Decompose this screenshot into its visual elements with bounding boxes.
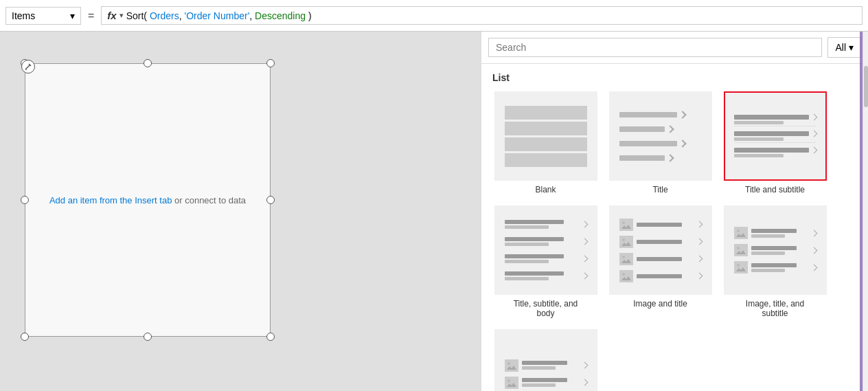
it-row-4 bbox=[505, 269, 587, 283]
it-t-2 bbox=[505, 237, 564, 241]
imgtitle-img-3 bbox=[619, 253, 633, 265]
items-chevron-icon: ▾ bbox=[70, 10, 75, 21]
ts-chevron-2 bbox=[810, 131, 817, 137]
template-item-image-title-subtitle[interactable]: Image, title, andsubtitle bbox=[722, 205, 828, 318]
handle-bot-mid[interactable] bbox=[144, 333, 152, 341]
handle-top-mid[interactable] bbox=[144, 59, 152, 67]
title-subtitle-label: Title and subtitle bbox=[745, 185, 805, 194]
imgtitle-t-4 bbox=[637, 274, 682, 278]
it-row-3 bbox=[505, 252, 587, 266]
scrollbar-thumb[interactable] bbox=[864, 66, 868, 107]
ts-sub-3 bbox=[734, 154, 784, 157]
svg-point-13 bbox=[622, 273, 625, 276]
template-item-title[interactable]: Title bbox=[607, 91, 713, 194]
extra-s-2 bbox=[522, 383, 556, 387]
ts-sub-2 bbox=[734, 137, 784, 141]
search-bar: All ▾ bbox=[481, 32, 868, 64]
it-chev-3 bbox=[581, 256, 588, 262]
imgts-chev-2 bbox=[810, 247, 817, 254]
handle-bot-left[interactable] bbox=[21, 333, 29, 341]
template-item-tsb[interactable]: Title, subtitle, andbody bbox=[492, 205, 599, 318]
title-row-1 bbox=[619, 109, 702, 120]
selection-box: Add an item from the Insert tab or conne… bbox=[25, 63, 271, 337]
imgtitle-row-1 bbox=[619, 218, 702, 232]
template-preview-tsb bbox=[494, 205, 597, 295]
imgtitle-t-1 bbox=[637, 223, 682, 227]
pencil-icon[interactable] bbox=[21, 60, 35, 74]
imgtitle-lines-1 bbox=[637, 223, 694, 227]
equals-sign: = bbox=[84, 10, 98, 22]
title-chevron-3 bbox=[678, 139, 686, 147]
imgts-img-3 bbox=[734, 261, 748, 273]
imgtitle-img-4 bbox=[619, 270, 633, 282]
it-row-2 bbox=[505, 235, 587, 249]
scrollbar[interactable] bbox=[863, 32, 868, 391]
gallery: List Blank bbox=[481, 64, 868, 391]
pencil-svg bbox=[24, 63, 32, 71]
imgts-row-2 bbox=[734, 243, 816, 257]
template-grid-row3 bbox=[492, 329, 857, 391]
canvas-area: Add an item from the Insert tab or conne… bbox=[0, 32, 481, 391]
title-chevron-4 bbox=[666, 154, 674, 161]
formula-bar[interactable]: fx ▾ Sort( Orders, 'Order Number', Desce… bbox=[101, 6, 863, 25]
search-input-wrapper[interactable] bbox=[488, 38, 822, 57]
handle-bot-right[interactable] bbox=[266, 333, 275, 341]
imgts-chev-1 bbox=[810, 230, 817, 236]
template-item-extra[interactable] bbox=[492, 329, 599, 391]
imgtitle-img-1 bbox=[619, 219, 633, 231]
imgts-t-2 bbox=[751, 246, 797, 250]
all-dropdown[interactable]: All ▾ bbox=[827, 37, 861, 58]
imgts-row-1 bbox=[734, 226, 816, 240]
handle-mid-left[interactable] bbox=[21, 196, 29, 204]
blank-row-4 bbox=[505, 153, 587, 167]
imgtitle-lines-3 bbox=[637, 257, 694, 261]
items-dropdown[interactable]: Items ▾ bbox=[5, 7, 81, 25]
formula-display: Sort( Orders, 'Order Number', Descending… bbox=[126, 10, 312, 21]
svg-point-4 bbox=[622, 221, 625, 224]
template-item-blank[interactable]: Blank bbox=[492, 91, 599, 194]
extra-img-1 bbox=[505, 359, 518, 372]
handle-mid-right[interactable] bbox=[266, 196, 275, 204]
title-row-2 bbox=[619, 124, 702, 135]
extra-lines-2 bbox=[522, 378, 579, 387]
right-panel: All ▾ List Blank bbox=[481, 32, 868, 391]
ts-preview-inner bbox=[734, 98, 816, 174]
extra-t-2 bbox=[522, 378, 567, 382]
ts-line-2b bbox=[734, 137, 816, 141]
imgtitle-lines-2 bbox=[637, 240, 694, 244]
template-item-image-title[interactable]: Image and title bbox=[607, 205, 713, 318]
ts-line-3b bbox=[734, 154, 816, 157]
ts-line-1a bbox=[734, 115, 816, 120]
imgts-chev-3 bbox=[810, 264, 817, 271]
img-icon-3 bbox=[621, 255, 631, 263]
title-chevron-1 bbox=[678, 111, 686, 118]
imgts-t-1 bbox=[751, 229, 797, 233]
imgtitle-chev-4 bbox=[696, 273, 703, 280]
it-t-4 bbox=[505, 271, 564, 276]
it-chev-1 bbox=[581, 221, 588, 228]
template-grid-row2: Title, subtitle, andbody bbox=[492, 205, 857, 318]
handle-top-right[interactable] bbox=[266, 59, 275, 67]
extra-lines-1 bbox=[522, 361, 579, 370]
it-row-1 bbox=[505, 218, 587, 232]
insert-tab-link[interactable]: Add an item from the Insert tab bbox=[49, 195, 172, 205]
it-s-3 bbox=[505, 260, 549, 263]
svg-line-0 bbox=[25, 65, 30, 69]
title-label: Title bbox=[652, 185, 667, 194]
image-title-subtitle-label: Image, title, andsubtitle bbox=[746, 299, 804, 318]
ts-title-1 bbox=[734, 115, 809, 120]
it-lines-2 bbox=[505, 237, 579, 246]
imgts-lines-2 bbox=[751, 246, 808, 255]
imgts-s-3 bbox=[751, 269, 786, 272]
main-area: Add an item from the Insert tab or conne… bbox=[0, 32, 868, 391]
imgtitle-row-4 bbox=[619, 269, 702, 283]
imgtitle-preview-inner bbox=[619, 212, 702, 288]
connect-data-text: or connect to data bbox=[172, 195, 246, 205]
blank-row-2 bbox=[505, 122, 587, 135]
search-input[interactable] bbox=[496, 42, 814, 53]
imgts-icon-3 bbox=[736, 263, 746, 271]
it-chev-2 bbox=[581, 238, 588, 245]
it-lines-3 bbox=[505, 254, 579, 263]
it-chev-4 bbox=[581, 273, 588, 280]
template-item-title-subtitle[interactable]: Title and subtitle bbox=[722, 91, 828, 194]
